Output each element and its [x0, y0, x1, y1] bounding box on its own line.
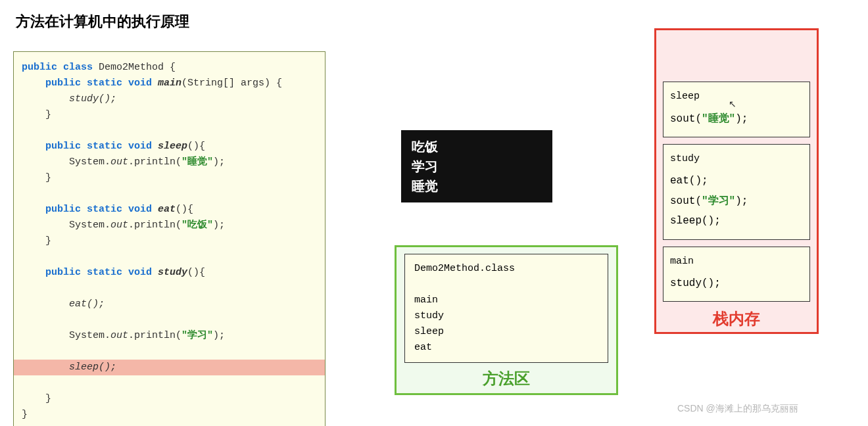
console-line: 睡觉 [412, 176, 542, 196]
method-area: Demo2Method.class main study sleep eat 方… [395, 245, 618, 395]
console-line: 学习 [412, 156, 542, 176]
method-area-label: 方法区 [404, 368, 608, 389]
method-area-content: Demo2Method.class main study sleep eat [404, 254, 608, 363]
stack-label: 栈内存 [663, 308, 810, 329]
console-output: 吃饭 学习 睡觉 [401, 130, 552, 202]
stack-frame-sleep: sleep sout("睡觉"); [663, 82, 810, 137]
cursor-icon: ↖ [729, 99, 736, 109]
console-line: 吃饭 [412, 137, 542, 156]
diagram-stage: public class Demo2Method { public static… [13, 45, 855, 419]
highlighted-line: sleep(); [14, 360, 325, 375]
stack-memory: sleep sout("睡觉"); study eat(); sout("学习"… [654, 28, 819, 334]
stack-frame-main: main study(); [663, 247, 810, 302]
stack-frame-study: study eat(); sout("学习"); sleep(); [663, 144, 810, 240]
code-panel: public class Demo2Method { public static… [13, 51, 326, 426]
watermark: CSDN @海滩上的那乌克丽丽 [677, 403, 798, 415]
